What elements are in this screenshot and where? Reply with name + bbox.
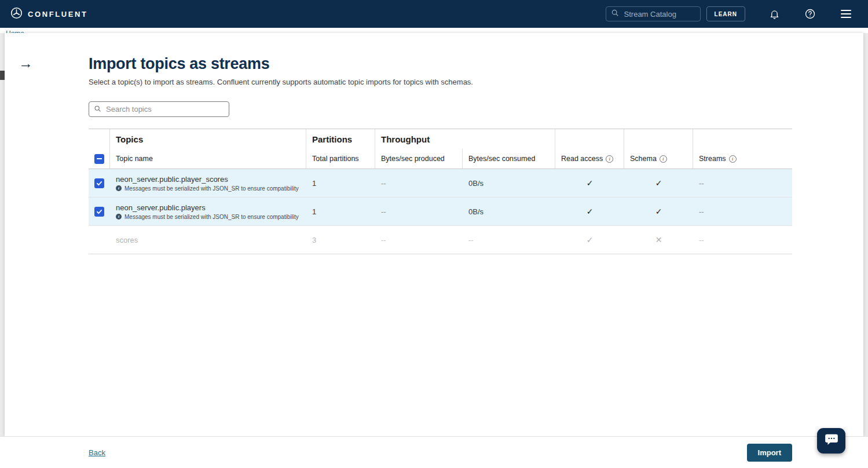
- topic-search-input[interactable]: [105, 104, 224, 114]
- wizard-footer: Back Import: [0, 436, 868, 468]
- topic-search[interactable]: [89, 101, 229, 117]
- info-icon[interactable]: [729, 155, 737, 163]
- schema-cell: ✕: [624, 226, 693, 254]
- help-icon[interactable]: [803, 7, 817, 21]
- topic-cell: scores: [110, 226, 306, 254]
- info-icon[interactable]: [606, 155, 613, 163]
- learn-button[interactable]: LEARN: [706, 6, 745, 21]
- info-icon: [116, 185, 122, 191]
- schema-cell: ✓: [624, 198, 693, 225]
- chat-widget-button[interactable]: [817, 428, 845, 454]
- page-title: Import topics as streams: [89, 55, 792, 73]
- topic-name: neon_server.public.player_scores: [116, 175, 228, 184]
- bytes-consumed-cell: --: [463, 226, 555, 254]
- bytes-consumed-cell: 0B/s: [463, 169, 555, 197]
- table-header: Topics Partitions Throughput Topic name …: [89, 129, 792, 169]
- topic-note: Messages must be serialized with JSON_SR…: [116, 214, 299, 220]
- table-row: scores 3 -- -- ✓ ✕ --: [89, 226, 792, 254]
- info-icon[interactable]: [660, 155, 667, 163]
- import-topics-panel: → Import topics as streams Select a topi…: [5, 33, 863, 436]
- column-group-topics: Topics: [110, 129, 306, 149]
- table-row[interactable]: neon_server.public.player_scores Message…: [89, 169, 792, 198]
- collapse-panel-arrow[interactable]: →: [19, 56, 33, 71]
- header-spacer: [555, 129, 624, 149]
- header-spacer: [89, 129, 110, 149]
- row-checkbox-cell: [89, 198, 110, 225]
- select-all-cell: [89, 149, 110, 169]
- column-header-bytes-consumed: Bytes/sec consumed: [463, 149, 555, 169]
- search-icon: [611, 9, 619, 19]
- row-checkbox-cell: [89, 226, 110, 254]
- brand-name: CONFLUENT: [28, 10, 88, 19]
- topic-note: Messages must be serialized with JSON_SR…: [116, 185, 299, 192]
- row-checkbox-cell: [89, 169, 110, 197]
- header-spacer: [624, 129, 693, 149]
- column-group-partitions: Partitions: [306, 129, 375, 149]
- column-header-schema: Schema: [624, 149, 693, 169]
- breadcrumb: Home: [0, 28, 868, 33]
- column-header-streams: Streams: [693, 149, 792, 169]
- topics-table: Topics Partitions Throughput Topic name …: [89, 129, 792, 254]
- topic-name: scores: [116, 236, 138, 244]
- top-nav: CONFLUENT LEARN: [0, 0, 868, 28]
- bytes-produced-cell: --: [375, 226, 463, 254]
- column-header-read-access: Read access: [555, 149, 624, 169]
- read-access-cell: ✓: [555, 226, 624, 254]
- topic-cell: neon_server.public.players Messages must…: [110, 198, 306, 225]
- notifications-bell-icon[interactable]: [767, 7, 781, 21]
- bytes-consumed-cell: 0B/s: [463, 198, 555, 225]
- streams-cell: --: [693, 198, 792, 225]
- column-header-bytes-produced: Bytes/sec produced: [375, 149, 463, 169]
- read-access-cell: ✓: [555, 169, 624, 197]
- chat-bubble-icon: [824, 432, 839, 449]
- stream-catalog-search[interactable]: [606, 6, 701, 21]
- topic-cell: neon_server.public.player_scores Message…: [110, 169, 306, 197]
- select-all-checkbox[interactable]: [94, 154, 104, 164]
- partitions-cell: 1: [306, 198, 375, 225]
- back-link[interactable]: Back: [89, 448, 105, 457]
- stream-catalog-input[interactable]: [623, 9, 695, 19]
- header-spacer: [693, 129, 792, 149]
- column-header-topic-name: Topic name: [110, 149, 306, 169]
- topic-name: neon_server.public.players: [116, 203, 206, 212]
- bytes-produced-cell: --: [375, 198, 463, 225]
- schema-cell: ✓: [624, 169, 693, 197]
- menu-hamburger-icon[interactable]: [839, 7, 853, 21]
- confluent-logo[interactable]: CONFLUENT: [10, 7, 88, 21]
- partitions-cell: 1: [306, 169, 375, 197]
- table-row[interactable]: neon_server.public.players Messages must…: [89, 198, 792, 226]
- partitions-cell: 3: [306, 226, 375, 254]
- table-body: neon_server.public.player_scores Message…: [89, 169, 792, 254]
- read-access-cell: ✓: [555, 198, 624, 225]
- column-header-total-partitions: Total partitions: [306, 149, 375, 169]
- info-icon: [116, 214, 122, 220]
- background-notch: [0, 71, 5, 80]
- streams-cell: --: [693, 169, 792, 197]
- column-group-throughput: Throughput: [375, 129, 555, 149]
- row-checkbox[interactable]: [94, 207, 104, 217]
- confluent-logo-icon: [10, 7, 23, 21]
- streams-cell: --: [693, 226, 792, 254]
- page-subtitle: Select a topic(s) to import as streams. …: [89, 78, 792, 86]
- bytes-produced-cell: --: [375, 169, 463, 197]
- search-icon: [94, 104, 101, 115]
- import-button[interactable]: Import: [747, 444, 792, 462]
- row-checkbox[interactable]: [94, 178, 104, 188]
